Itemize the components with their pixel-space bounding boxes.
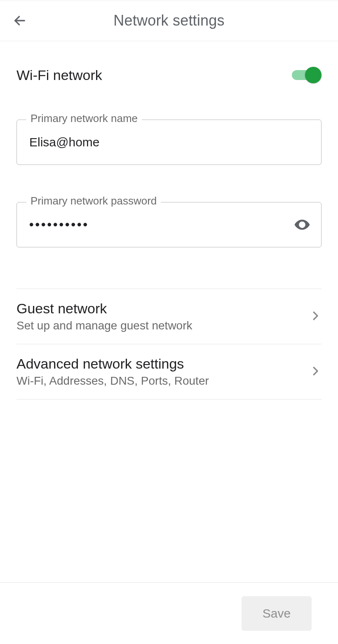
wifi-section-label: Wi-Fi network xyxy=(16,67,102,83)
toggle-thumb xyxy=(305,67,322,83)
toggle-password-visibility-button[interactable] xyxy=(291,214,313,236)
wifi-toggle[interactable] xyxy=(290,66,322,84)
advanced-settings-row[interactable]: Advanced network settings Wi-Fi, Address… xyxy=(16,344,322,400)
back-button[interactable] xyxy=(10,11,30,31)
advanced-settings-title: Advanced network settings xyxy=(16,356,209,372)
chevron-right-icon xyxy=(309,365,322,379)
app-bar: Network settings xyxy=(0,0,338,41)
arrow-left-icon xyxy=(13,14,27,28)
guest-network-subtitle: Set up and manage guest network xyxy=(16,319,192,332)
primary-name-input[interactable] xyxy=(16,120,322,165)
save-button[interactable]: Save xyxy=(242,596,312,631)
guest-network-row[interactable]: Guest network Set up and manage guest ne… xyxy=(16,289,322,344)
primary-password-label: Primary network password xyxy=(26,195,161,207)
page-title: Network settings xyxy=(0,12,338,29)
footer-bar: Save xyxy=(0,582,338,644)
advanced-settings-subtitle: Wi-Fi, Addresses, DNS, Ports, Router xyxy=(16,374,209,388)
chevron-right-icon xyxy=(309,310,322,324)
primary-name-label: Primary network name xyxy=(26,112,142,125)
eye-icon xyxy=(293,216,311,233)
svg-point-1 xyxy=(300,223,304,226)
primary-password-input[interactable] xyxy=(16,202,322,247)
guest-network-title: Guest network xyxy=(16,301,192,317)
